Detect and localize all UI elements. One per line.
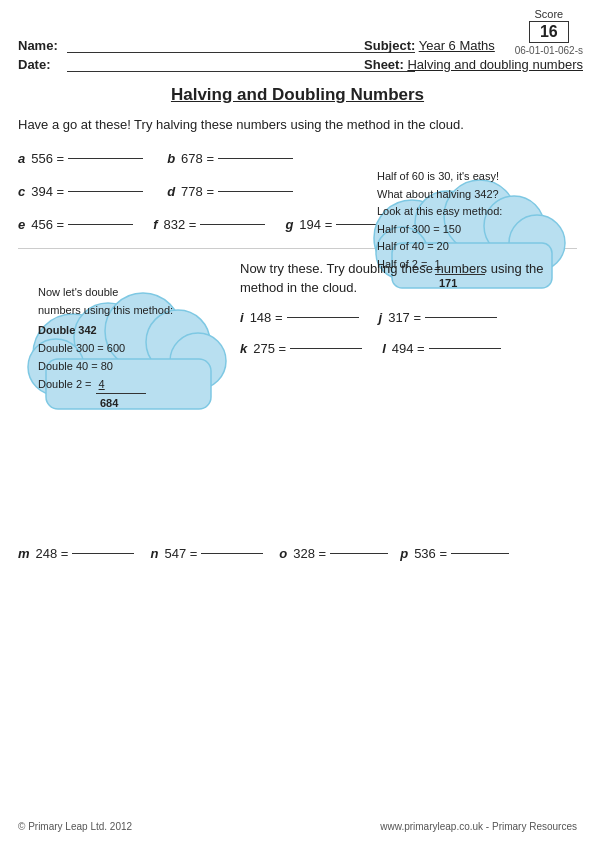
problem-n: 547 = [164, 546, 197, 561]
letter-c: c [18, 184, 25, 199]
letter-m: m [18, 546, 30, 561]
problem-f: 832 = [163, 217, 196, 232]
doubling-cloud-text: Now let's double numbers using this meth… [38, 283, 173, 413]
cloud-line3: Look at this easy method: [377, 203, 502, 221]
doubling-cloud: Now let's double numbers using this meth… [18, 259, 228, 419]
section1-exercises-top: a 556 = b 678 = c 394 = d 778 = [18, 151, 355, 199]
header-fields: Name: Date: [18, 38, 415, 76]
letter-n: n [150, 546, 158, 561]
footer-right: www.primaryleap.co.uk - Primary Resource… [380, 821, 577, 832]
dcloud-line4: Double 300 = 600 [38, 339, 173, 357]
answer-a[interactable] [68, 158, 143, 159]
letter-b: b [167, 151, 175, 166]
page-title: Halving and Doubling Numbers [0, 85, 595, 105]
problem-d: 778 = [181, 184, 214, 199]
problem-c: 394 = [31, 184, 64, 199]
section2: Now let's double numbers using this meth… [0, 259, 595, 542]
subject-info: Subject: Year 6 Maths Sheet: Halving and… [364, 38, 583, 76]
sheet-row: Sheet: Halving and doubling numbers [364, 57, 583, 72]
exercise-row-ab: a 556 = b 678 = [18, 151, 355, 166]
section1-instructions: Have a go at these! Try halving these nu… [18, 115, 595, 135]
problem-j: 317 = [388, 310, 421, 325]
cloud-line6: Half of 2 = 1 [377, 256, 502, 274]
answer-b[interactable] [218, 158, 293, 159]
answer-e[interactable] [68, 224, 133, 225]
answer-o[interactable] [330, 553, 388, 554]
cloud-line2: What about halving 342? [377, 186, 502, 204]
problem-k: 275 = [253, 341, 286, 356]
cloud-fraction-num: 1 [435, 258, 441, 270]
problem-p: 536 = [414, 546, 447, 561]
letter-g: g [285, 217, 293, 232]
letter-o: o [279, 546, 287, 561]
letter-e: e [18, 217, 25, 232]
dcloud-line3: Double 342 [38, 321, 173, 339]
letter-a: a [18, 151, 25, 166]
letter-k: k [240, 341, 247, 356]
dcloud-line1: Now let's double [38, 283, 173, 301]
problem-a: 556 = [31, 151, 64, 166]
cloud-line5: Half of 40 = 20 [377, 238, 502, 256]
exercise-row-ij: i 148 = j 317 = [240, 310, 577, 325]
cloud-line4: Half of 300 = 150 [377, 221, 502, 239]
answer-m[interactable] [72, 553, 134, 554]
dcloud-fraction-total: 684 [100, 394, 173, 412]
footer: © Primary Leap Ltd. 2012 www.primaryleap… [18, 821, 577, 832]
problem-o: 328 = [293, 546, 326, 561]
answer-d[interactable] [218, 191, 293, 192]
dcloud-line2: numbers using this method: [38, 301, 173, 319]
halving-cloud-text: Half of 60 is 30, it's easy! What about … [377, 168, 502, 292]
name-label: Name: [18, 38, 63, 53]
name-input-line[interactable] [67, 39, 415, 53]
answer-j[interactable] [425, 317, 497, 318]
footer-left: © Primary Leap Ltd. 2012 [18, 821, 132, 832]
subject-label: Subject: [364, 38, 415, 53]
dcloud-line6: Double 2 = 4 [38, 375, 173, 393]
letter-p: p [400, 546, 408, 561]
answer-l[interactable] [429, 348, 501, 349]
cloud-line1: Half of 60 is 30, it's easy! [377, 168, 502, 186]
letter-j: j [379, 310, 383, 325]
letter-f: f [153, 217, 157, 232]
sheet-label: Sheet: [364, 57, 404, 72]
problem-l: 494 = [392, 341, 425, 356]
answer-n[interactable] [201, 553, 263, 554]
sheet-value: Halving and doubling numbers [407, 57, 583, 72]
problem-m: 248 = [36, 546, 69, 561]
answer-i[interactable] [287, 317, 359, 318]
letter-i: i [240, 310, 244, 325]
answer-k[interactable] [290, 348, 362, 349]
exercise-row-mnop: m 248 = n 547 = o 328 = p 536 = [18, 546, 577, 561]
subject-value: Year 6 Maths [419, 38, 495, 53]
date-label: Date: [18, 57, 63, 72]
answer-p[interactable] [451, 553, 509, 554]
name-row: Name: [18, 38, 415, 53]
problem-g: 194 = [299, 217, 332, 232]
dcloud-fraction-num: 4 [99, 378, 105, 390]
letter-l: l [382, 341, 386, 356]
date-row: Date: [18, 57, 415, 72]
score-label: Score [515, 8, 583, 20]
answer-f[interactable] [200, 224, 265, 225]
cloud-fraction-total: 171 [439, 275, 502, 293]
problem-b: 678 = [181, 151, 214, 166]
letter-d: d [167, 184, 175, 199]
answer-c[interactable] [68, 191, 143, 192]
problem-e: 456 = [31, 217, 64, 232]
exercise-row-kl: k 275 = l 494 = [240, 341, 577, 356]
subject-row: Subject: Year 6 Maths [364, 38, 583, 53]
date-input-line[interactable] [67, 58, 415, 72]
dcloud-line5: Double 40 = 80 [38, 357, 173, 375]
exercise-row-cd: c 394 = d 778 = [18, 184, 355, 199]
problem-i: 148 = [250, 310, 283, 325]
